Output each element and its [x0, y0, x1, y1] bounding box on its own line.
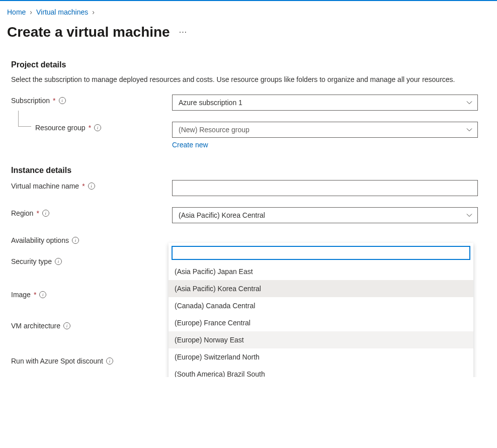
region-options-list[interactable]: (Asia Pacific) Japan East(Asia Pacific) …	[169, 263, 473, 377]
region-option[interactable]: (South America) Brazil South	[169, 366, 473, 377]
region-option[interactable]: (Europe) Switzerland North	[169, 348, 473, 366]
indent-connector	[18, 111, 31, 127]
info-icon[interactable]: i	[72, 237, 79, 244]
region-search-input[interactable]	[172, 246, 470, 260]
chevron-down-icon	[466, 213, 472, 217]
info-icon[interactable]: i	[63, 322, 70, 329]
subscription-dropdown[interactable]: Azure subscription 1	[172, 95, 478, 111]
info-icon[interactable]: i	[106, 357, 113, 365]
breadcrumb: Home › Virtual machines ›	[7, 8, 485, 16]
required-indicator: *	[82, 182, 85, 190]
breadcrumb-virtual-machines[interactable]: Virtual machines	[36, 8, 88, 16]
breadcrumb-home[interactable]: Home	[7, 8, 26, 16]
project-details-heading: Project details	[11, 60, 485, 69]
info-icon[interactable]: i	[39, 291, 46, 298]
resource-group-dropdown[interactable]: (New) Resource group	[172, 122, 478, 138]
subscription-label: Subscription	[11, 97, 50, 105]
region-option[interactable]: (Europe) Norway East	[169, 331, 473, 348]
resource-group-value: (New) Resource group	[179, 126, 250, 134]
chevron-right-icon: ›	[30, 8, 32, 16]
project-details-description: Select the subscription to manage deploy…	[11, 74, 479, 84]
vm-name-label: Virtual machine name	[11, 182, 79, 190]
create-new-resource-group-link[interactable]: Create new	[172, 141, 208, 149]
page-title: Create a virtual machine	[7, 24, 170, 40]
required-indicator: *	[34, 291, 36, 299]
chevron-down-icon	[466, 128, 472, 132]
more-actions-icon[interactable]: ···	[179, 28, 187, 37]
resource-group-label: Resource group	[35, 124, 86, 132]
info-icon[interactable]: i	[55, 258, 62, 265]
chevron-down-icon	[466, 101, 472, 105]
subscription-value: Azure subscription 1	[179, 99, 242, 107]
security-type-label: Security type	[11, 257, 52, 265]
region-option[interactable]: (Asia Pacific) Japan East	[169, 263, 473, 280]
region-dropdown-flyout: (Asia Pacific) Japan East(Asia Pacific) …	[169, 243, 473, 377]
region-option[interactable]: (Canada) Canada Central	[169, 297, 473, 314]
availability-options-label: Availability options	[11, 236, 69, 244]
region-option[interactable]: (Asia Pacific) Korea Central	[169, 280, 473, 297]
spot-discount-label: Run with Azure Spot discount	[11, 357, 103, 365]
region-label: Region	[11, 209, 33, 217]
vm-name-input[interactable]	[172, 180, 478, 196]
info-icon[interactable]: i	[59, 97, 66, 104]
info-icon[interactable]: i	[88, 183, 95, 190]
chevron-right-icon: ›	[92, 8, 95, 16]
vm-architecture-label: VM architecture	[11, 322, 60, 330]
required-indicator: *	[89, 124, 91, 132]
region-value: (Asia Pacific) Korea Central	[179, 211, 265, 219]
required-indicator: *	[36, 209, 39, 217]
info-icon[interactable]: i	[42, 210, 49, 217]
region-dropdown[interactable]: (Asia Pacific) Korea Central	[172, 207, 478, 223]
required-indicator: *	[53, 97, 55, 105]
image-label: Image	[11, 291, 31, 299]
instance-details-heading: Instance details	[11, 166, 485, 175]
region-option[interactable]: (Europe) France Central	[169, 314, 473, 331]
info-icon[interactable]: i	[94, 124, 101, 131]
